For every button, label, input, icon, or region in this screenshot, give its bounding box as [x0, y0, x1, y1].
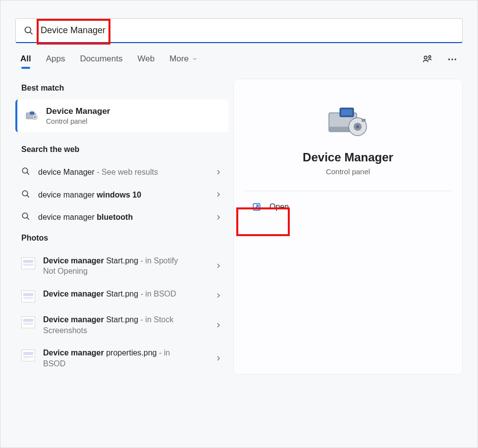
web-result-item[interactable]: device Manager - See web results	[15, 161, 228, 184]
best-match-item[interactable]: Device Manager Control panel	[15, 100, 228, 132]
chevron-right-icon	[214, 321, 222, 329]
photo-name-bold: Device manager	[43, 256, 104, 265]
svg-point-23	[356, 125, 359, 128]
photo-result-text: Device manager Start.png - in Spotify No…	[43, 255, 192, 277]
svg-point-10	[34, 116, 36, 118]
chevron-right-icon	[214, 191, 222, 199]
svg-point-3	[428, 55, 430, 57]
photo-location: - in BSOD	[138, 290, 176, 298]
photo-result-text: Device manager Start.png - in BSOD	[43, 289, 176, 299]
web-result-item[interactable]: device manager bluetooth	[15, 206, 228, 229]
photo-result-text: Device manager Start.png - in Stock Scre…	[43, 314, 192, 336]
open-external-icon	[252, 202, 262, 212]
svg-point-11	[22, 168, 28, 173]
photo-name-bold: Device manager	[43, 348, 104, 357]
chevron-right-icon	[214, 354, 222, 362]
section-best-match: Best match	[15, 79, 228, 100]
tab-web[interactable]: Web	[137, 54, 155, 67]
web-result-prefix: device manager	[38, 213, 97, 221]
chevron-right-icon	[214, 168, 222, 176]
results-content: Best match Device Manager Control panel …	[0, 74, 478, 375]
photo-result-item[interactable]: Device manager properties.png - in BSOD	[15, 342, 228, 375]
svg-rect-20	[341, 109, 352, 115]
web-result-prefix: device manager	[38, 191, 97, 199]
photo-name-rest: properties.png	[104, 348, 157, 357]
svg-point-0	[25, 27, 31, 33]
preview-subtitle: Control panel	[326, 167, 370, 176]
svg-point-2	[424, 56, 427, 59]
svg-line-1	[30, 32, 33, 34]
photo-name-bold: Device manager	[43, 290, 104, 298]
search-icon	[24, 26, 34, 36]
tab-all[interactable]: All	[20, 54, 31, 67]
web-result-bold: bluetooth	[97, 213, 133, 221]
chevron-right-icon	[214, 213, 222, 221]
svg-line-12	[27, 173, 29, 175]
tab-documents[interactable]: Documents	[80, 54, 122, 67]
svg-point-5	[451, 58, 453, 60]
thumbnail-icon	[21, 257, 35, 269]
preview-hero-icon	[326, 104, 371, 142]
chevron-right-icon	[214, 262, 222, 270]
divider	[244, 191, 452, 191]
search-icon	[21, 167, 30, 176]
search-bar[interactable]	[15, 18, 463, 43]
best-match-subtitle: Control panel	[46, 117, 110, 125]
web-result-suffix: - See web results	[95, 168, 158, 176]
tabs-right-actions	[422, 54, 458, 67]
thumbnail-icon	[21, 291, 35, 302]
search-icon	[21, 212, 30, 221]
chevron-right-icon	[214, 292, 222, 299]
section-search-web: Search the web	[15, 140, 228, 161]
svg-point-4	[448, 58, 450, 60]
svg-point-15	[22, 213, 28, 218]
svg-line-16	[27, 218, 29, 220]
preview-title: Device Manager	[303, 150, 393, 164]
web-result-bold: windows 10	[97, 191, 141, 199]
search-window: All Apps Documents Web More Bes	[0, 0, 478, 448]
best-match-text: Device Manager Control panel	[46, 106, 110, 125]
photo-name-rest: Start.png	[104, 315, 138, 324]
search-icon	[21, 190, 30, 199]
web-result-item[interactable]: device manager windows 10	[15, 184, 228, 206]
photo-name-bold: Device manager	[43, 315, 104, 324]
open-action-label: Open	[269, 202, 289, 211]
photo-name-rest: Start.png	[104, 256, 138, 265]
photo-result-item[interactable]: Device manager Start.png - in BSOD	[15, 283, 228, 308]
search-bar-container	[0, 0, 478, 43]
tab-more-label: More	[169, 54, 189, 64]
thumbnail-icon	[21, 316, 35, 328]
results-left: Best match Device Manager Control panel …	[15, 79, 228, 375]
photo-result-text: Device manager properties.png - in BSOD	[43, 348, 192, 369]
svg-point-6	[455, 58, 456, 60]
preview-inner: Device Manager Control panel Open	[244, 94, 452, 218]
best-match-title: Device Manager	[46, 106, 110, 116]
svg-line-14	[27, 195, 29, 197]
filter-tabs-row: All Apps Documents Web More	[0, 43, 478, 74]
web-result-prefix: device Manager	[38, 168, 95, 176]
svg-rect-24	[362, 119, 366, 122]
thumbnail-icon	[21, 349, 35, 361]
device-manager-large-icon	[326, 104, 371, 140]
chevron-down-icon	[192, 56, 198, 62]
preview-panel: Device Manager Control panel Open	[233, 79, 463, 375]
web-result-text: device manager windows 10	[38, 190, 141, 200]
section-photos: Photos	[15, 229, 228, 249]
web-result-text: device Manager - See web results	[38, 167, 158, 178]
photo-result-item[interactable]: Device manager Start.png - in Stock Scre…	[15, 308, 228, 342]
open-action[interactable]: Open	[244, 196, 452, 218]
tab-more[interactable]: More	[169, 54, 198, 67]
svg-point-13	[22, 191, 28, 196]
filter-tabs: All Apps Documents Web More	[20, 54, 198, 67]
photo-result-item[interactable]: Device manager Start.png - in Spotify No…	[15, 249, 228, 283]
search-input[interactable]	[34, 19, 454, 42]
tab-apps[interactable]: Apps	[46, 54, 65, 67]
web-result-text: device manager bluetooth	[38, 212, 133, 223]
more-options-icon[interactable]	[447, 54, 458, 67]
photo-name-rest: Start.png	[104, 290, 138, 298]
feedback-icon[interactable]	[422, 54, 433, 67]
device-manager-icon	[24, 108, 39, 123]
svg-rect-8	[30, 111, 34, 114]
